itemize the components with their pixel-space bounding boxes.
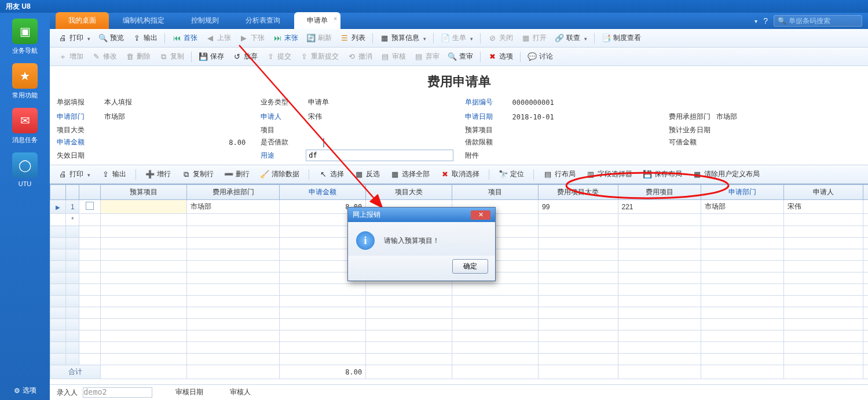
sidebar-item-favorites[interactable]: ★ 常用功能: [0, 63, 50, 100]
first-button[interactable]: ⏮首张: [169, 31, 201, 45]
policy-view-button[interactable]: 📑制度查看: [598, 31, 644, 45]
tab-analysis[interactable]: 分析表查询: [233, 12, 293, 29]
grid-del-row-button[interactable]: ➖删行: [221, 168, 253, 181]
apply-dept-value: 市场部: [102, 111, 249, 123]
col-cost-cat[interactable]: 费用项目大类: [539, 185, 618, 200]
sidebar-item-label: 消息任务: [0, 136, 50, 144]
budget-info-button[interactable]: ▦预算信息: [376, 31, 430, 45]
col-cost-dept[interactable]: 费用承担部门: [186, 185, 279, 200]
grid-reset-layout-button[interactable]: ▦清除用户定义布局: [689, 168, 763, 181]
cell-cost-dept[interactable]: 市场部: [186, 200, 279, 214]
review-button[interactable]: 🔍查审: [444, 50, 477, 63]
clear-icon: 🧹: [260, 170, 269, 179]
col-start-date[interactable]: 起始日期: [863, 185, 868, 200]
tab-org[interactable]: 编制机构指定: [110, 12, 177, 29]
refresh-button[interactable]: 🔄刷新: [303, 31, 335, 45]
grid-toolbar: 🖨打印 ⇪输出 ➕增行 ⧉复制行 ➖删行 🧹清除数据 ↖选择 ▦反选 ▦选择全部…: [50, 165, 868, 184]
grid-add-row-button[interactable]: ➕增行: [142, 168, 174, 181]
amount-label[interactable]: 申请金额: [57, 137, 102, 147]
tab-desktop[interactable]: 我的桌面: [56, 12, 109, 29]
purpose-label[interactable]: 用途: [261, 151, 306, 161]
row-checkbox[interactable]: [86, 202, 94, 210]
prev-button[interactable]: ◀上张: [202, 31, 235, 45]
col-budget-proj[interactable]: 预算项目: [101, 185, 187, 200]
col-cost-item[interactable]: 费用项目: [618, 185, 701, 200]
grid-row-layout-button[interactable]: ▤行布局: [540, 168, 579, 181]
sidebar-item-biz-nav[interactable]: ▣ 业务导航: [0, 19, 50, 55]
col-apply-dept[interactable]: 申请部门: [701, 185, 783, 200]
biz-type-value: 申请单: [306, 96, 453, 108]
edit-button[interactable]: ✎修改: [88, 50, 120, 63]
barcode-search-input[interactable]: [789, 17, 858, 25]
cell-cost-item[interactable]: 221: [618, 200, 701, 214]
grid-unselect-all-button[interactable]: ✖取消选择: [437, 168, 483, 181]
grid-invert-button[interactable]: ▦反选: [351, 168, 383, 181]
bill-no-label[interactable]: 单据编号: [465, 97, 510, 107]
circle-icon: ◯: [12, 152, 38, 178]
grid-locate-button[interactable]: 🔭定位: [495, 168, 528, 181]
grid-clear-button[interactable]: 🧹清除数据: [257, 168, 303, 181]
cell-cost-cat[interactable]: 99: [539, 200, 618, 214]
submit-button[interactable]: ⇧提交: [262, 50, 295, 63]
barcode-search[interactable]: 🔍: [774, 15, 862, 27]
grid-save-layout-button[interactable]: 💾保存布局: [639, 168, 686, 181]
cost-dept-value: 市场部: [714, 111, 861, 123]
add-button[interactable]: ＋增加: [54, 50, 87, 63]
grid-select-all-button[interactable]: ▦选择全部: [387, 168, 433, 181]
col-proj[interactable]: 项目: [452, 185, 539, 200]
print-button[interactable]: 🖨打印: [54, 31, 94, 45]
grid-copy-row-button[interactable]: ⧉复制行: [178, 168, 217, 181]
help-icon[interactable]: ?: [763, 16, 768, 26]
link-query-button[interactable]: 🔗联查: [551, 31, 591, 45]
reject-audit-button[interactable]: ▤弃审: [411, 50, 443, 63]
col-applicant[interactable]: 申请人: [783, 185, 863, 200]
col-amount[interactable]: 申请金额: [280, 185, 366, 200]
tab-apply[interactable]: 申请单×: [294, 12, 340, 29]
audit-button[interactable]: ▤审核: [377, 50, 409, 63]
applicant-label[interactable]: 申请人: [261, 112, 306, 122]
sidebar-item-utu[interactable]: ◯ UTU: [0, 152, 50, 187]
options-button[interactable]: ✖选项: [484, 50, 517, 63]
sidebar-options[interactable]: ⚙ 选项: [0, 386, 50, 395]
grid-field-selector-button[interactable]: ▥字段选择器: [583, 168, 636, 181]
delete-button[interactable]: 🗑删除: [122, 50, 154, 63]
open-bill-button[interactable]: ▦打开: [518, 31, 550, 45]
sidebar-item-messages[interactable]: ✉ 消息任务: [0, 108, 50, 144]
plan-date-value: [714, 129, 861, 132]
next-icon: ▶: [239, 34, 248, 43]
apply-date-label[interactable]: 申请日期: [465, 112, 510, 122]
next-button[interactable]: ▶下张: [236, 31, 268, 45]
printer-icon: 🖨: [58, 170, 67, 179]
output-button[interactable]: ⇪输出: [129, 31, 161, 45]
generate-bill-button[interactable]: 📄生单: [437, 31, 477, 45]
grid-select-button[interactable]: ↖选择: [315, 168, 347, 181]
apply-dept-label[interactable]: 申请部门: [57, 112, 102, 122]
chevron-down-icon[interactable]: ▾: [755, 18, 757, 24]
abandon-button[interactable]: ↺放弃: [229, 50, 261, 63]
purpose-input[interactable]: [306, 150, 453, 161]
sum-amount: 8.00: [280, 365, 366, 379]
undo-button[interactable]: ⟲撤消: [343, 50, 376, 63]
doc-search-icon: 📑: [602, 34, 611, 43]
list-button[interactable]: ☰列表: [336, 31, 369, 45]
loan-flag-checkbox[interactable]: [323, 138, 324, 147]
col-proj-cat[interactable]: 项目大类: [366, 185, 452, 200]
tab-rule[interactable]: 控制规则: [178, 12, 232, 29]
amount-value: 8.00: [102, 139, 249, 147]
plus-icon: ＋: [58, 52, 67, 61]
preview-button[interactable]: 🔍预览: [95, 31, 127, 45]
copy-button[interactable]: ⧉复制: [155, 50, 188, 63]
cell-applicant[interactable]: 宋伟: [783, 200, 863, 214]
dialog-ok-button[interactable]: 确定: [452, 259, 488, 274]
close-bill-button[interactable]: ⊘关闭: [484, 31, 517, 45]
review-icon: 🔍: [448, 52, 457, 61]
discuss-button[interactable]: 💬讨论: [524, 50, 556, 63]
grid-print-button[interactable]: 🖨打印: [54, 168, 94, 181]
resubmit-button[interactable]: ⇧重新提交: [296, 50, 342, 63]
dialog-close-button[interactable]: ✕: [471, 210, 490, 220]
grid-output-button[interactable]: ⇪输出: [97, 168, 130, 181]
close-icon[interactable]: ×: [334, 16, 337, 22]
save-button[interactable]: 💾保存: [195, 50, 228, 63]
last-button[interactable]: ⏭末张: [269, 31, 302, 45]
cell-apply-dept[interactable]: 市场部: [701, 200, 783, 214]
